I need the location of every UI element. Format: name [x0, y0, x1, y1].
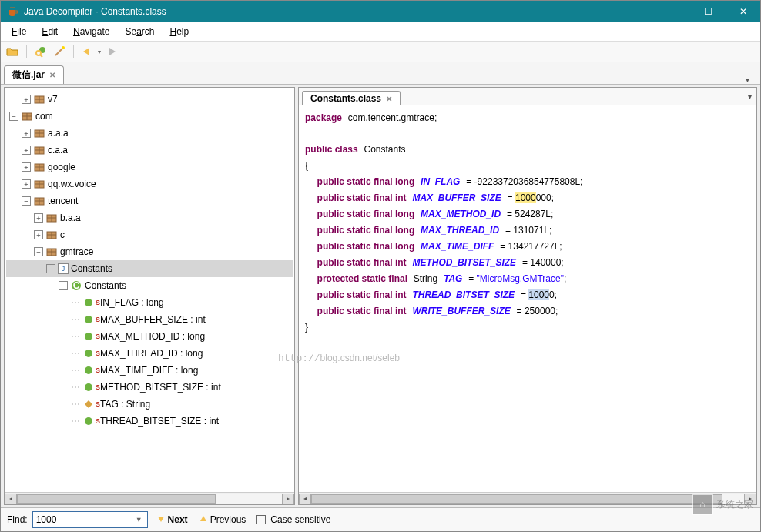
package-icon	[21, 110, 33, 122]
code-editor[interactable]: package com.tencent.gmtrace; public clas…	[299, 105, 756, 492]
file-tab-label: 微信.jar	[12, 69, 45, 82]
search-type-icon[interactable]	[34, 45, 48, 59]
menu-search[interactable]: Search	[119, 24, 160, 39]
tabs-menu-icon[interactable]: ▾	[748, 92, 752, 101]
dropdown-icon[interactable]: ▾	[98, 49, 101, 55]
tabs-menu-icon[interactable]: ▾	[743, 75, 753, 84]
svg-point-38	[85, 316, 92, 323]
svg-point-4	[62, 46, 65, 49]
find-previous-button[interactable]: Previous	[196, 513, 250, 527]
tree-node-field[interactable]: ⋯S THREAD_BITSET_SIZE : int	[6, 413, 293, 430]
arrow-down-icon	[156, 514, 166, 526]
close-icon[interactable]: ✕	[386, 95, 392, 103]
tree-node-field[interactable]: ⋯S IN_FLAG : long	[6, 294, 293, 311]
svg-marker-43	[85, 400, 92, 408]
minimize-button[interactable]: ─	[656, 1, 691, 22]
window-title: Java Decompiler - Constants.class	[24, 6, 656, 17]
tree-node-field[interactable]: ⋯S TAG : String	[6, 396, 293, 413]
checkbox-icon[interactable]	[256, 515, 266, 524]
scroll-left-icon[interactable]: ◂	[299, 494, 311, 504]
titlebar: Java Decompiler - Constants.class ─ ☐ ✕	[1, 1, 760, 22]
svg-point-42	[85, 383, 92, 391]
collapse-icon[interactable]: −	[59, 281, 68, 290]
package-icon	[45, 229, 58, 241]
field-icon	[82, 398, 95, 410]
toolbar: ▾	[1, 42, 760, 62]
file-tabs-row: 微信.jar ✕ ▾	[1, 62, 760, 85]
package-icon	[33, 93, 45, 105]
wand-icon[interactable]	[52, 45, 66, 59]
field-icon	[82, 313, 95, 326]
scroll-right-icon[interactable]: ▸	[744, 494, 756, 504]
svg-point-39	[85, 333, 92, 340]
svg-point-44	[85, 417, 92, 425]
tree-node-constants-file[interactable]: −JConstants	[6, 260, 293, 277]
find-label: Find:	[7, 514, 28, 525]
collapse-icon[interactable]: −	[22, 196, 31, 206]
scrollbar-horizontal[interactable]: ◂ ▸	[299, 492, 756, 504]
code-pane: Constants.class ✕ ▾ package com.tencent.…	[298, 87, 757, 505]
field-icon	[82, 381, 95, 393]
expand-icon[interactable]: +	[34, 230, 43, 239]
package-icon	[33, 178, 45, 190]
coffee-icon	[7, 5, 19, 18]
expand-icon[interactable]: +	[22, 162, 31, 172]
svg-line-3	[55, 48, 63, 55]
back-icon[interactable]	[81, 45, 95, 59]
separator	[73, 45, 74, 58]
field-icon	[82, 330, 95, 343]
expand-icon[interactable]: +	[22, 179, 31, 189]
scroll-right-icon[interactable]: ▸	[282, 494, 294, 504]
tree-node-field[interactable]: ⋯S MAX_METHOD_ID : long	[6, 328, 293, 345]
expand-icon[interactable]: +	[34, 213, 43, 223]
menu-help[interactable]: Help	[163, 24, 195, 39]
close-button[interactable]: ✕	[726, 1, 760, 22]
package-icon	[33, 161, 45, 173]
field-icon	[82, 415, 95, 427]
package-icon	[33, 144, 45, 156]
package-tree[interactable]: +v7 −com +a.a.a +c.a.a +google +qq.wx.vo…	[5, 88, 294, 492]
arrow-up-icon	[199, 514, 208, 526]
tree-node-constants-class[interactable]: −CConstants	[6, 277, 293, 294]
tree-node-field[interactable]: ⋯S METHOD_BITSET_SIZE : int	[6, 379, 293, 396]
menubar: File Edit Navigate Search Help	[1, 22, 760, 42]
expand-icon[interactable]: +	[22, 95, 31, 104]
maximize-button[interactable]: ☐	[691, 1, 726, 22]
svg-line-2	[40, 55, 42, 57]
svg-point-41	[85, 366, 92, 374]
package-icon	[33, 127, 45, 139]
close-icon[interactable]: ✕	[49, 71, 55, 79]
expand-icon[interactable]: +	[22, 129, 31, 138]
scroll-left-icon[interactable]: ◂	[5, 494, 17, 504]
package-icon	[33, 195, 45, 207]
svg-text:C: C	[73, 280, 80, 291]
code-tab[interactable]: Constants.class ✕	[302, 91, 401, 105]
collapse-icon[interactable]: −	[9, 112, 18, 121]
tree-node-field[interactable]: ⋯S MAX_TIME_DIFF : long	[6, 362, 293, 379]
find-input[interactable]	[32, 511, 148, 528]
menu-file[interactable]: File	[5, 24, 32, 39]
svg-point-40	[85, 350, 92, 357]
code-tabs-row: Constants.class ✕ ▾	[299, 88, 756, 105]
find-dropdown-icon[interactable]: ▼	[136, 516, 142, 524]
find-bar: Find: ▼ Next Previous Case sensitive	[1, 507, 760, 531]
package-icon	[45, 212, 58, 224]
tree-node-field[interactable]: ⋯S MAX_THREAD_ID : long	[6, 345, 293, 362]
menu-navigate[interactable]: Navigate	[67, 24, 116, 39]
field-icon	[82, 364, 95, 376]
scrollbar-horizontal[interactable]: ◂ ▸	[5, 492, 294, 504]
collapse-icon[interactable]: −	[34, 247, 43, 256]
case-sensitive-checkbox[interactable]: Case sensitive	[253, 513, 334, 527]
field-icon	[82, 347, 95, 360]
find-next-button[interactable]: Next	[153, 513, 191, 527]
collapse-icon[interactable]: −	[46, 264, 55, 273]
expand-icon[interactable]: +	[22, 146, 31, 155]
file-tab[interactable]: 微信.jar ✕	[4, 65, 64, 84]
tree-node-field[interactable]: ⋯S MAX_BUFFER_SIZE : int	[6, 311, 293, 328]
separator	[26, 45, 27, 58]
menu-edit[interactable]: Edit	[35, 24, 64, 39]
open-icon[interactable]	[5, 45, 19, 59]
forward-icon[interactable]	[106, 45, 119, 59]
field-icon	[82, 296, 95, 309]
class-icon: C	[70, 279, 82, 292]
